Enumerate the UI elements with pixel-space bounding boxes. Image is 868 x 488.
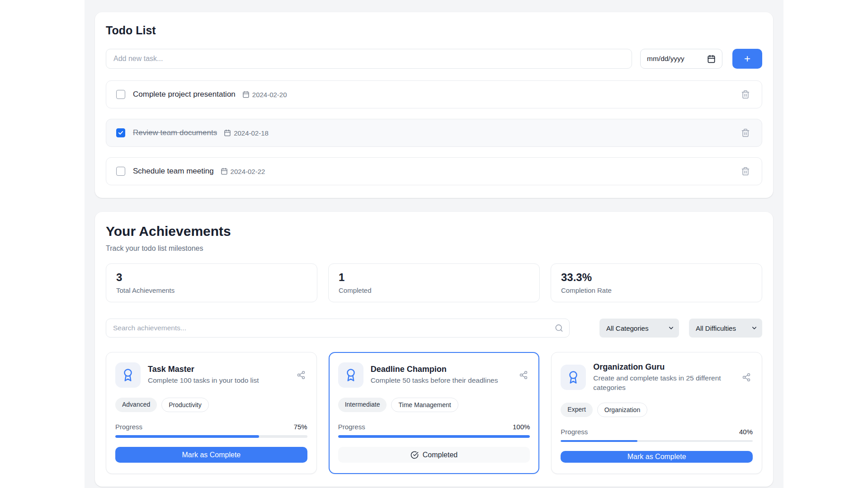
stat-total-achievements: 3 Total Achievements — [106, 263, 317, 302]
achievements-card: Your Achievements Track your todo list m… — [95, 212, 773, 487]
award-icon — [338, 362, 363, 388]
progress-bar-fill — [338, 435, 530, 438]
achievements-title: Your Achievements — [106, 224, 762, 239]
mark-complete-button[interactable]: Mark as Complete — [561, 451, 753, 463]
calendar-icon — [224, 129, 231, 136]
progress-bar — [115, 435, 307, 438]
progress-value: 75% — [294, 423, 307, 431]
todo-checkbox[interactable] — [116, 90, 125, 99]
todo-list-title: Todo List — [106, 24, 762, 37]
todo-item: Complete project presentation 2024-02-20 — [106, 80, 762, 108]
mark-complete-button[interactable]: Mark as Complete — [115, 447, 307, 463]
achievement-stats-row: 3 Total Achievements 1 Completed 33.3% C… — [106, 263, 762, 302]
todo-item-text: Review team documents — [133, 128, 217, 137]
todo-date-text: 2024-02-18 — [234, 129, 269, 137]
delete-task-button[interactable] — [739, 88, 752, 101]
todo-date-text: 2024-02-22 — [231, 168, 265, 175]
share-icon — [742, 373, 751, 382]
progress-value: 100% — [513, 423, 530, 431]
difficulty-select-wrap: All Difficulties — [689, 319, 762, 338]
badge-row: Advanced Productivity — [115, 398, 307, 412]
delete-task-button[interactable] — [739, 127, 752, 139]
share-button[interactable] — [295, 369, 307, 381]
achievements-subtitle: Track your todo list milestones — [106, 244, 762, 253]
due-date-placeholder: mm/dd/yyyy — [647, 55, 684, 63]
progress-bar-fill — [561, 440, 637, 442]
achievement-description: Complete 50 tasks before their deadlines — [371, 376, 513, 385]
award-icon — [115, 362, 141, 388]
achievement-card-deadline-champion: Deadline Champion Complete 50 tasks befo… — [329, 352, 540, 474]
progress-row: Progress 75% — [115, 423, 307, 431]
todo-checkbox-checked[interactable] — [116, 128, 125, 137]
page-container: Todo List mm/dd/yyyy + Complete project … — [85, 0, 783, 488]
stat-completion-rate: 33.3% Completion Rate — [551, 263, 762, 302]
calendar-icon — [221, 168, 228, 175]
stat-label: Total Achievements — [116, 286, 307, 294]
category-filter-select[interactable]: All Categories — [599, 319, 679, 338]
add-task-button[interactable]: + — [732, 49, 762, 69]
trash-icon — [741, 90, 750, 99]
achievement-description: Complete 100 tasks in your todo list — [148, 376, 290, 385]
achievement-head-text: Deadline Champion Complete 50 tasks befo… — [371, 365, 513, 385]
share-button[interactable] — [517, 369, 530, 381]
todo-date-text: 2024-02-20 — [252, 91, 287, 99]
achievement-head-text: Task Master Complete 100 tasks in your t… — [148, 365, 290, 385]
achievement-header: Organization Guru Create and complete ta… — [561, 362, 753, 393]
todo-due-date: 2024-02-22 — [221, 168, 265, 175]
achievement-description: Create and complete tasks in 25 differen… — [593, 374, 736, 393]
badge-row: Expert Organization — [561, 403, 753, 417]
completed-button[interactable]: Completed — [338, 447, 530, 463]
achievement-head-text: Organization Guru Create and complete ta… — [593, 362, 736, 393]
todo-item: Schedule team meeting 2024-02-22 — [106, 157, 762, 185]
award-icon — [561, 365, 586, 390]
todo-due-date: 2024-02-18 — [224, 129, 269, 137]
search-achievements-input[interactable] — [106, 319, 570, 338]
progress-label: Progress — [115, 423, 142, 431]
category-badge: Organization — [597, 403, 647, 417]
trash-icon — [741, 128, 750, 137]
add-task-row: mm/dd/yyyy + — [106, 49, 762, 69]
todo-item: Review team documents 2024-02-18 — [106, 119, 762, 147]
stat-label: Completed — [339, 286, 529, 294]
progress-row: Progress 40% — [561, 428, 753, 436]
progress-label: Progress — [338, 423, 365, 431]
progress-label: Progress — [561, 428, 588, 436]
achievement-title: Task Master — [148, 365, 290, 374]
achievement-card-task-master: Task Master Complete 100 tasks in your t… — [106, 352, 317, 474]
badge-row: Intermediate Time Management — [338, 398, 530, 412]
search-wrap — [106, 319, 570, 338]
todo-item-text: Schedule team meeting — [133, 167, 214, 176]
difficulty-filter-select[interactable]: All Difficulties — [689, 319, 762, 338]
progress-row: Progress 100% — [338, 423, 530, 431]
todo-due-date: 2024-02-20 — [242, 91, 287, 99]
category-badge: Time Management — [391, 398, 458, 412]
progress-bar — [561, 440, 753, 442]
add-task-input[interactable] — [106, 49, 632, 69]
check-circle-icon — [410, 451, 419, 459]
delete-task-button[interactable] — [739, 165, 752, 178]
stat-value: 1 — [339, 271, 529, 284]
stat-label: Completion Rate — [561, 286, 752, 294]
progress-bar — [338, 435, 530, 438]
check-icon — [118, 130, 124, 136]
category-badge: Productivity — [161, 398, 208, 412]
achievement-header: Deadline Champion Complete 50 tasks befo… — [338, 362, 530, 388]
stat-value: 33.3% — [561, 271, 752, 284]
todo-list-card: Todo List mm/dd/yyyy + Complete project … — [95, 12, 773, 198]
share-icon — [519, 371, 528, 380]
achievement-card-organization-guru: Organization Guru Create and complete ta… — [551, 352, 762, 474]
stat-completed: 1 Completed — [328, 263, 540, 302]
completed-button-label: Completed — [423, 451, 458, 459]
achievement-cards-grid: Task Master Complete 100 tasks in your t… — [106, 352, 762, 474]
due-date-input[interactable]: mm/dd/yyyy — [640, 49, 722, 69]
calendar-picker-icon[interactable] — [707, 55, 716, 63]
progress-bar-fill — [115, 435, 259, 438]
category-select-wrap: All Categories — [599, 319, 679, 338]
stat-value: 3 — [116, 271, 307, 284]
search-icon — [555, 324, 563, 333]
difficulty-badge: Advanced — [115, 398, 157, 412]
calendar-icon — [242, 91, 250, 98]
todo-checkbox[interactable] — [116, 167, 125, 176]
difficulty-badge: Intermediate — [338, 398, 387, 412]
share-button[interactable] — [740, 371, 753, 384]
